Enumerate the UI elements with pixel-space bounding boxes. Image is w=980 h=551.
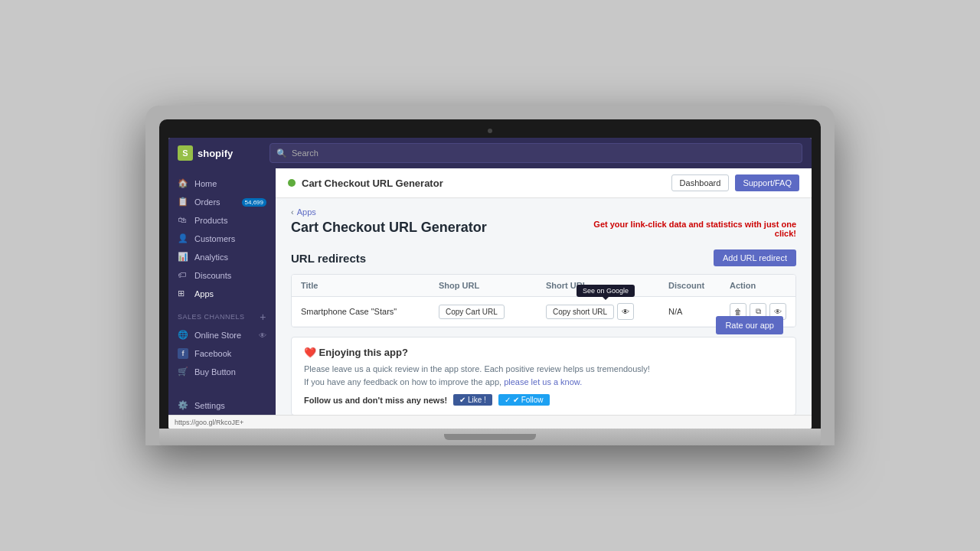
sidebar-label-buy-button: Buy Button (194, 367, 236, 377)
content-area: Cart Checkout URL Generator Dashboard Su… (276, 168, 812, 415)
sidebar-label-facebook: Facebook (194, 349, 231, 358)
sidebar-item-online-store[interactable]: 🌐 Online Store 👁 (168, 326, 276, 344)
col-title: Title (301, 281, 439, 290)
orders-icon: 📋 (178, 197, 188, 207)
screen-bezel: S shopify 🔍 Search 🏠 Home 📋 (159, 119, 821, 429)
laptop-notch (444, 434, 536, 440)
header-buttons: Dashboard Support/FAQ (671, 174, 799, 191)
camera-dot (488, 129, 492, 133)
shopify-logo: S shopify (178, 145, 270, 161)
add-sales-channel-btn[interactable]: + (260, 311, 266, 323)
breadcrumb: ‹ Apps (291, 207, 796, 217)
short-url-eye-button[interactable]: 👁 (617, 303, 634, 320)
breadcrumb-back-arrow: ‹ (291, 207, 294, 217)
sidebar-item-products[interactable]: 🛍 Products (168, 211, 276, 230)
status-green-dot (288, 179, 296, 187)
search-bar[interactable]: 🔍 Search (270, 143, 802, 163)
apps-icon: ⊞ (178, 289, 188, 299)
sidebar-label-products: Products (194, 216, 227, 225)
laptop: S shopify 🔍 Search 🏠 Home 📋 (145, 106, 835, 445)
feedback-body: Please leave us a quick review in the ap… (304, 363, 650, 388)
section-header: URL redirects Add URL redirect (291, 249, 796, 266)
follow-button[interactable]: ✓ ✔ Follow (498, 394, 550, 406)
sidebar-item-discounts[interactable]: 🏷 Discounts (168, 266, 276, 285)
sidebar-item-settings[interactable]: ⚙️ Settings (168, 396, 276, 415)
row-discount: N/A (668, 307, 730, 316)
short-url-group: Copy short URL 👁 See on Google (546, 303, 668, 320)
promo-text: Get your link-click data and statistics … (582, 220, 796, 238)
shopify-logo-icon: S (178, 145, 193, 161)
customers-icon: 👤 (178, 233, 188, 244)
col-action: Action (730, 281, 796, 290)
app-title-row: Cart Checkout URL Generator (288, 178, 443, 189)
follow-text: ✔ Follow (513, 396, 544, 404)
online-store-eye-icon[interactable]: 👁 (259, 331, 266, 340)
sidebar-label-home: Home (194, 179, 217, 188)
sales-channels-section: SALES CHANNELS + (168, 303, 276, 326)
search-placeholder: Search (292, 148, 318, 158)
feedback-body-text2: If you have any feedback on how to impro… (304, 377, 501, 386)
sidebar: 🏠 Home 📋 Orders 54,699 🛍 Products 👤 (168, 168, 276, 415)
follow-label: Follow us and don't miss any news! (304, 396, 447, 405)
add-url-redirect-button[interactable]: Add URL redirect (714, 249, 796, 266)
shopify-header: S shopify 🔍 Search (168, 138, 812, 168)
like-button[interactable]: ✔ Like ! (453, 394, 492, 406)
facebook-icon: f (178, 348, 188, 359)
status-bar: https://goo.gl/RkcoJE+ (168, 415, 812, 429)
sidebar-item-customers[interactable]: 👤 Customers (168, 230, 276, 248)
dashboard-button[interactable]: Dashboard (671, 174, 730, 191)
shopify-logo-text: shopify (198, 148, 233, 159)
feedback-content: ❤️ Enjoying this app? Please leave us a … (304, 347, 650, 406)
col-shop-url: Shop URL (439, 281, 546, 290)
products-icon: 🛍 (178, 215, 188, 226)
tooltip: See on Google (577, 285, 635, 297)
search-icon: 🔍 (276, 148, 287, 158)
feedback-card: ❤️ Enjoying this app? Please leave us a … (291, 337, 796, 415)
page-content: ‹ Apps Cart Checkout URL Generator Get y… (276, 198, 812, 415)
sidebar-label-customers: Customers (194, 234, 235, 243)
sidebar-label-settings: Settings (194, 401, 225, 410)
buy-button-icon: 🛒 (178, 367, 188, 377)
col-discount: Discount (668, 281, 730, 290)
page-title: Cart Checkout URL Generator (291, 220, 487, 236)
sidebar-item-analytics[interactable]: 📊 Analytics (168, 248, 276, 266)
copy-cart-url-button[interactable]: Copy Cart URL (439, 305, 505, 319)
sidebar-item-apps[interactable]: ⊞ Apps (168, 285, 276, 303)
sidebar-item-facebook[interactable]: f Facebook (168, 344, 276, 363)
sidebar-label-online-store: Online Store (194, 331, 241, 340)
analytics-icon: 📊 (178, 252, 188, 262)
follow-checkmark: ✓ (505, 396, 511, 404)
sidebar-item-orders[interactable]: 📋 Orders 54,699 (168, 193, 276, 211)
copy-short-url-button[interactable]: Copy short URL (546, 305, 614, 319)
row-short-url: Copy short URL 👁 See on Google (546, 303, 668, 320)
row-title: Smartphone Case "Stars" (301, 307, 439, 316)
sidebar-label-analytics: Analytics (194, 253, 228, 262)
sidebar-item-home[interactable]: 🏠 Home (168, 174, 276, 193)
feedback-link[interactable]: please let us a know. (504, 377, 582, 386)
feedback-title: ❤️ Enjoying this app? (304, 347, 650, 358)
breadcrumb-apps-link[interactable]: Apps (297, 207, 316, 217)
sales-channels-label: SALES CHANNELS (178, 313, 245, 321)
rate-app-button[interactable]: Rate our app (716, 316, 783, 334)
feedback-body-text1: Please leave us a quick review in the ap… (304, 364, 650, 373)
support-faq-button[interactable]: Support/FAQ (735, 174, 799, 191)
online-store-icon: 🌐 (178, 330, 188, 341)
laptop-base (159, 429, 821, 445)
app-header-title: Cart Checkout URL Generator (302, 178, 443, 189)
screen: S shopify 🔍 Search 🏠 Home 📋 (168, 138, 812, 429)
discounts-icon: 🏷 (178, 270, 188, 281)
status-url: https://goo.gl/RkcoJE+ (175, 419, 243, 426)
sidebar-label-apps: Apps (194, 289, 214, 298)
sidebar-label-orders: Orders (194, 197, 220, 207)
row-shop-url: Copy Cart URL (439, 305, 546, 319)
app-header-bar: Cart Checkout URL Generator Dashboard Su… (276, 168, 812, 198)
sidebar-label-discounts: Discounts (194, 271, 231, 280)
main-layout: 🏠 Home 📋 Orders 54,699 🛍 Products 👤 (168, 168, 812, 415)
section-title: URL redirects (291, 252, 366, 265)
table-header: Title Shop URL Short URL Discount Action (292, 275, 795, 297)
feedback-follow: Follow us and don't miss any news! ✔ Lik… (304, 394, 650, 406)
settings-icon: ⚙️ (178, 400, 188, 411)
orders-badge: 54,699 (242, 198, 266, 207)
home-icon: 🏠 (178, 178, 188, 189)
sidebar-item-buy-button[interactable]: 🛒 Buy Button (168, 363, 276, 381)
